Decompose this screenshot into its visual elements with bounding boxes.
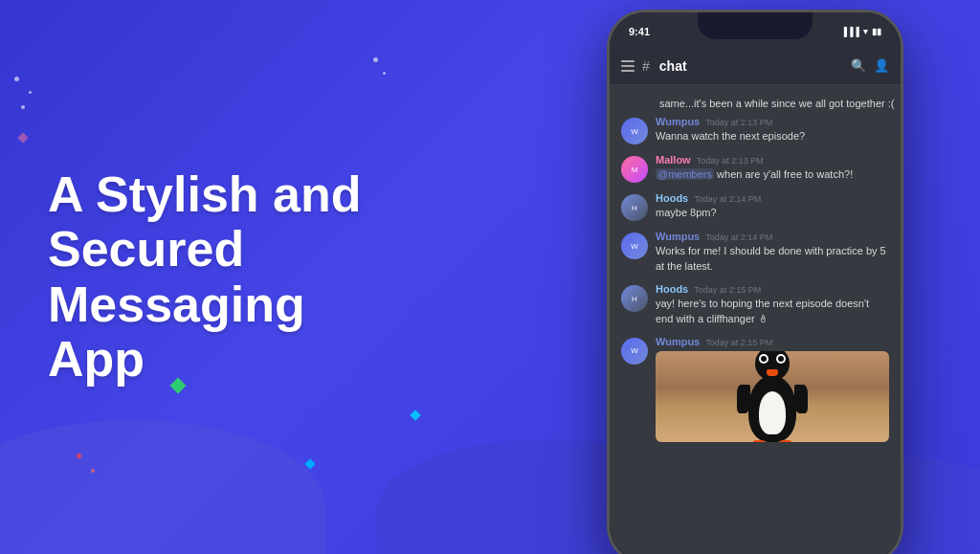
message-content: Wumpus Today at 2:15 PM (656, 336, 889, 442)
message-header: Hoods Today at 2:15 PM (656, 283, 889, 295)
members-icon[interactable]: 👤 (874, 58, 889, 73)
message-time: Today at 2:15 PM (694, 285, 761, 295)
message-row: W Wumpus Today at 2:14 PM Works for me! … (610, 227, 901, 277)
message-time: Today at 2:15 PM (705, 338, 772, 347)
message-time: Today at 2:13 PM (705, 118, 772, 127)
message-time: Today at 2:14 PM (694, 194, 761, 204)
headline-line3: App (48, 331, 145, 387)
chat-area: same...it's been a while since we all go… (610, 85, 901, 554)
message-row: H Hoods Today at 2:15 PM yay! here's to … (610, 279, 901, 330)
message-text: Works for me! I should be done with prac… (656, 244, 889, 274)
search-icon[interactable]: 🔍 (851, 58, 866, 73)
mention: @members (656, 168, 714, 180)
message-row: H Hoods Today at 2:14 PM maybe 8pm? (610, 188, 901, 225)
message-header: Hoods Today at 2:14 PM (656, 192, 889, 204)
signal-icon: ▐▐▐ (841, 27, 859, 36)
message-text: Wanna watch the next episode? (656, 129, 889, 144)
message-row: W Wumpus Today at 2:15 PM (610, 332, 901, 446)
avatar: M (621, 156, 648, 183)
message-header: Wumpus Today at 2:13 PM (656, 116, 889, 127)
message-header: Mallow Today at 2:13 PM (656, 154, 889, 166)
message-row: M Mallow Today at 2:13 PM @members when … (610, 150, 901, 187)
avatar: H (621, 285, 648, 312)
message-author: Wumpus (656, 336, 700, 347)
message-row: W Wumpus Today at 2:13 PM Wanna watch th… (610, 112, 901, 148)
message-text: same...it's been a while since we all go… (659, 98, 894, 109)
message-content: Wumpus Today at 2:14 PM Works for me! I … (656, 231, 889, 274)
hamburger-line (621, 65, 635, 67)
message-author: Hoods (656, 283, 688, 295)
status-icons: ▐▐▐ ▾ ▮▮ (841, 27, 881, 36)
message-continuation: same...it's been a while since we all go… (610, 93, 901, 112)
message-header: Wumpus Today at 2:15 PM (656, 336, 889, 347)
battery-icon: ▮▮ (872, 27, 881, 36)
message-author: Mallow (656, 154, 691, 166)
message-text: yay! here's to hoping the next episode d… (656, 297, 889, 326)
channel-name: chat (659, 58, 843, 74)
status-time: 9:41 (629, 26, 650, 37)
headline-line1: A Stylish and (48, 166, 361, 222)
phone-mockup: 9:41 ▐▐▐ ▾ ▮▮ # chat 🔍 👤 (607, 10, 903, 554)
penguin-figure (748, 375, 796, 442)
message-content: Wumpus Today at 2:13 PM Wanna watch the … (656, 116, 889, 144)
hamburger-line (621, 60, 635, 62)
message-content: Mallow Today at 2:13 PM @members when ar… (656, 154, 889, 182)
channel-actions[interactable]: 🔍 👤 (851, 58, 889, 73)
shared-image (656, 351, 889, 442)
wifi-icon: ▾ (863, 27, 868, 36)
headline-line2: Secured Messaging (48, 221, 305, 331)
left-content: A Stylish and Secured Messaging App (0, 0, 498, 554)
message-time: Today at 2:14 PM (705, 233, 772, 242)
headline: A Stylish and Secured Messaging App (48, 167, 498, 387)
hamburger-line (621, 70, 635, 72)
avatar: W (621, 233, 648, 259)
channel-hash-symbol: # (642, 58, 650, 74)
message-author: Wumpus (656, 116, 700, 127)
message-content: Hoods Today at 2:15 PM yay! here's to ho… (656, 283, 889, 326)
message-time: Today at 2:13 PM (697, 156, 764, 166)
avatar: W (621, 338, 648, 365)
message-content: Hoods Today at 2:14 PM maybe 8pm? (656, 192, 889, 220)
channel-header: # chat 🔍 👤 (610, 47, 901, 85)
phone-frame: 9:41 ▐▐▐ ▾ ▮▮ # chat 🔍 👤 (607, 10, 903, 554)
avatar: W (621, 118, 648, 144)
message-header: Wumpus Today at 2:14 PM (656, 231, 889, 242)
message-author: Hoods (656, 192, 688, 204)
avatar: H (621, 194, 648, 221)
message-author: Wumpus (656, 231, 700, 242)
phone-notch (698, 12, 813, 39)
message-text: @members when are y'all free to watch?! (656, 167, 889, 182)
hamburger-menu-button[interactable] (621, 60, 635, 72)
message-text: maybe 8pm? (656, 206, 889, 220)
